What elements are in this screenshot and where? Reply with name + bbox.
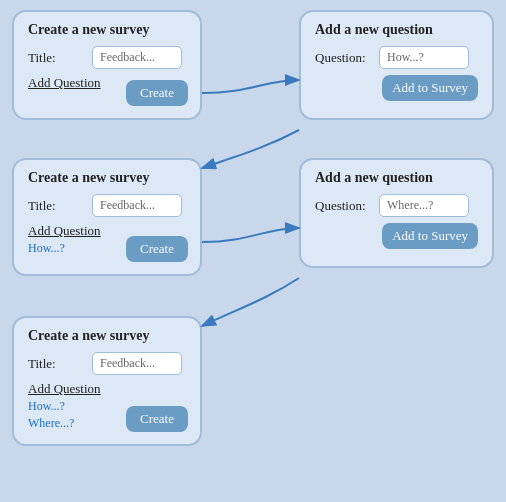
panel-row1-right: Add a new question Question: Add to Surv… <box>299 10 494 120</box>
add-to-survey-button-r2r[interactable]: Add to Survey <box>382 223 478 249</box>
title-label-r2l: Title: <box>28 198 86 214</box>
create-button-r2l[interactable]: Create <box>126 236 188 262</box>
panel-row1-left: Create a new survey Title: Add Question … <box>12 10 202 120</box>
question-label-r2r: Question: <box>315 198 373 214</box>
panel-row2-left-title: Create a new survey <box>28 170 186 186</box>
create-button-r3l[interactable]: Create <box>126 406 188 432</box>
panel-row2-right: Add a new question Question: Add to Surv… <box>299 158 494 268</box>
question-input-r1r[interactable] <box>379 46 469 69</box>
add-question-link-r2l[interactable]: Add Question <box>28 223 101 239</box>
question-input-r2r[interactable] <box>379 194 469 217</box>
title-input-r3l[interactable] <box>92 352 182 375</box>
add-to-survey-button-r1r[interactable]: Add to Survey <box>382 75 478 101</box>
panel-row1-left-title: Create a new survey <box>28 22 186 38</box>
title-label-r1l: Title: <box>28 50 86 66</box>
title-input-r1l[interactable] <box>92 46 182 69</box>
panel-row1-right-title: Add a new question <box>315 22 478 38</box>
title-label-r3l: Title: <box>28 356 86 372</box>
panel-row2-left: Create a new survey Title: Add Question … <box>12 158 202 276</box>
add-question-link-r1l[interactable]: Add Question <box>28 75 101 91</box>
question-label-r1r: Question: <box>315 50 373 66</box>
add-question-link-r3l[interactable]: Add Question <box>28 381 101 397</box>
panel-row3-left: Create a new survey Title: Add Question … <box>12 316 202 446</box>
create-button-r1l[interactable]: Create <box>126 80 188 106</box>
panel-row3-left-title: Create a new survey <box>28 328 186 344</box>
title-input-r2l[interactable] <box>92 194 182 217</box>
panel-row2-right-title: Add a new question <box>315 170 478 186</box>
